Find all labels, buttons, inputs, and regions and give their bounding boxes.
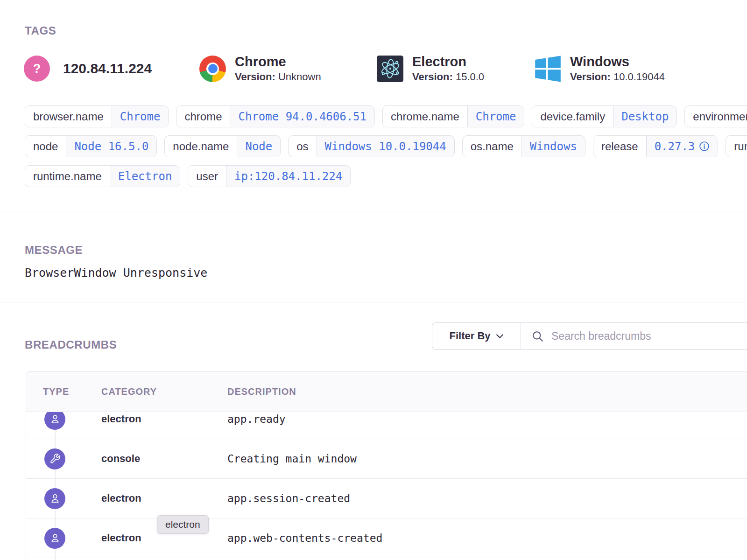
tag-key: node.name [165, 136, 237, 157]
section-title-message: MESSAGE [25, 244, 83, 257]
tag-pill: userip:120.84.11.224 [188, 165, 351, 187]
tag-key: runtime [726, 136, 747, 157]
tag-pill: os.nameWindows [462, 135, 585, 157]
breadcrumb-type-cell [43, 488, 101, 509]
tag-value[interactable]: Windows 10.0.19044 [317, 136, 454, 157]
search-breadcrumbs-input[interactable] [550, 329, 747, 343]
tag-key: os.name [463, 136, 521, 157]
breadcrumb-type-cell [43, 528, 101, 549]
tag-pill: chromeChrome 94.0.4606.51 [176, 105, 375, 127]
breadcrumb-type-cell [43, 412, 101, 430]
tag-key: release [593, 136, 646, 157]
tag-value-text: ip:120.84.11.224 [234, 170, 342, 183]
avatar-glyph: ? [33, 62, 41, 76]
chrome-icon [199, 56, 226, 82]
version-value: 15.0.0 [456, 71, 484, 83]
breadcrumbs-table-header: TYPE CATEGORY DESCRIPTION [26, 371, 747, 412]
context-title-browser: Chrome [235, 54, 321, 70]
tag-value[interactable]: Windows [521, 136, 585, 157]
tag-pill: osWindows 10.0.19044 [288, 135, 454, 157]
windows-icon [535, 56, 561, 82]
breadcrumb-row: electronapp.ready [26, 412, 747, 439]
breadcrumb-row: electronapp.session-created [26, 479, 747, 518]
tag-value-text: Chrome [120, 110, 161, 123]
tag-key: user [188, 166, 226, 187]
question-avatar-icon: ? [24, 56, 50, 82]
context-title-ip: 120.84.11.224 [63, 61, 152, 77]
version-label: Version: [412, 71, 453, 83]
column-header-type: TYPE [43, 386, 101, 397]
tag-value[interactable]: ip:120.84.11.224 [226, 166, 350, 187]
info-icon[interactable] [699, 141, 710, 152]
electron-icon [377, 56, 403, 82]
tag-value-text: Node [245, 140, 272, 153]
tag-key: runtime.name [25, 166, 110, 187]
breadcrumb-category: electron [101, 492, 227, 504]
search-icon [531, 330, 544, 343]
context-card-browser: Chrome Version: Unknown [199, 50, 377, 87]
version-label: Version: [570, 71, 611, 83]
column-header-description: DESCRIPTION [227, 386, 747, 397]
chevron-down-icon [496, 334, 504, 339]
tag-pill: browser.nameChrome [25, 105, 169, 127]
context-version: Version: 15.0.0 [412, 71, 484, 83]
tag-value[interactable]: Node 16.5.0 [66, 136, 156, 157]
tag-value[interactable]: Electron [110, 166, 180, 187]
breadcrumb-type-cell [43, 448, 101, 469]
tag-value[interactable]: Chrome [467, 106, 524, 127]
tag-value[interactable]: Chrome 94.0.4606.51 [230, 106, 374, 127]
tag-pill: environment [684, 105, 747, 127]
tag-value-text: Chrome 94.0.4606.51 [238, 110, 366, 123]
tag-value-text: 0.27.3 [655, 140, 695, 153]
context-title-os: Windows [570, 54, 665, 70]
section-divider [0, 212, 747, 212]
tag-pill: node.nameNode [164, 135, 281, 157]
tag-value[interactable]: Node [237, 136, 280, 157]
tag-key: device.family [532, 106, 613, 127]
section-divider [0, 302, 747, 302]
breadcrumb-description: app.session-created [227, 492, 747, 504]
message-text: BrowserWindow Unresponsive [25, 266, 207, 280]
tag-value-text: Node 16.5.0 [74, 140, 148, 153]
event-detail-page: TAGS ? 120.84.11.224 Chrome Version: Unk… [0, 0, 747, 560]
breadcrumb-description: app.ready [227, 413, 747, 425]
tag-key: node [25, 136, 66, 157]
tag-value-text: Chrome [476, 110, 516, 123]
filter-by-label: Filter By [449, 330, 490, 342]
breadcrumb-category: console [101, 453, 227, 465]
tag-value-text: Electron [118, 170, 172, 183]
wrench-icon [44, 448, 65, 469]
column-header-category: CATEGORY [101, 386, 227, 397]
tag-pill: nodeNode 16.5.0 [25, 135, 157, 157]
breadcrumb-row: electronapp.web-contents-created [26, 518, 747, 558]
version-value: Unknown [278, 71, 321, 83]
context-version: Version: Unknown [235, 71, 321, 83]
tag-value[interactable]: Chrome [112, 106, 169, 127]
tag-pill: runtime [726, 135, 747, 157]
section-title-tags: TAGS [25, 24, 56, 37]
section-title-breadcrumbs: BREADCRUMBS [25, 338, 117, 351]
breadcrumbs-panel: TYPE CATEGORY DESCRIPTION electronapp.re… [26, 371, 747, 560]
user-icon [44, 412, 65, 430]
tag-pill-row: nodeNode 16.5.0node.nameNodeosWindows 10… [25, 135, 747, 157]
tag-key: chrome [176, 106, 230, 127]
tag-value-text: Windows [530, 140, 577, 153]
context-card-os: Windows Version: 10.0.19044 [535, 50, 665, 87]
breadcrumbs-table-body: electronapp.readyconsoleCreating main wi… [26, 412, 747, 560]
user-icon [44, 488, 65, 509]
tag-value[interactable]: 0.27.3 [646, 136, 718, 157]
tag-pill-row: browser.nameChromechromeChrome 94.0.4606… [25, 105, 747, 127]
search-breadcrumbs-box [521, 323, 747, 349]
tag-value-text: Windows 10.0.19044 [325, 140, 446, 153]
context-title-runtime: Electron [412, 54, 484, 70]
breadcrumb-category: electron [101, 413, 227, 425]
version-value: 10.0.19044 [613, 71, 665, 83]
tag-pill: runtime.nameElectron [25, 165, 180, 187]
tag-value[interactable]: Desktop [613, 106, 677, 127]
tag-pills: browser.nameChromechromeChrome 94.0.4606… [25, 105, 747, 195]
tag-key: environment [685, 106, 747, 127]
context-version: Version: 10.0.19044 [570, 71, 665, 83]
filter-by-button[interactable]: Filter By [432, 323, 521, 349]
breadcrumb-row: consoleCreating main window [26, 439, 747, 479]
tag-pill: release0.27.3 [593, 135, 718, 157]
